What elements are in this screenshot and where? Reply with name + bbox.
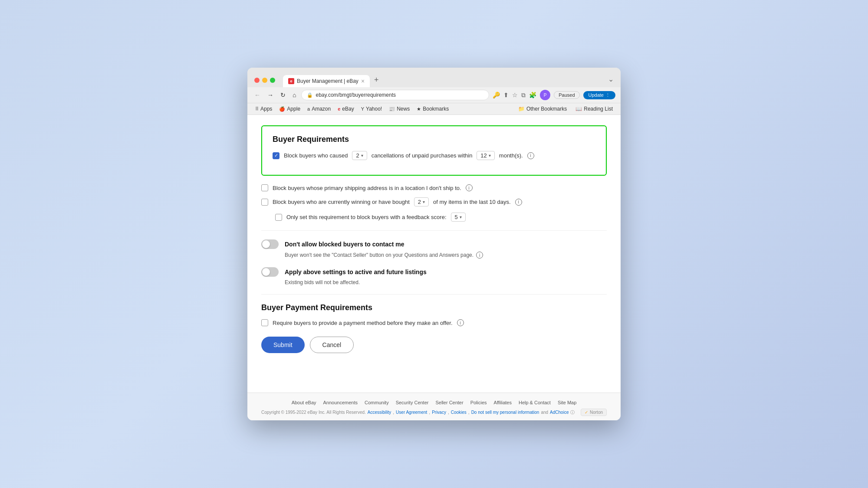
actions-row: Submit Cancel [261, 337, 607, 353]
home-button[interactable]: ⌂ [291, 91, 298, 99]
profile-avatar[interactable]: P [540, 90, 550, 100]
adchoice-link[interactable]: AdChoice [550, 410, 569, 415]
back-button[interactable]: ← [253, 91, 262, 99]
toggle-apply-label: Apply above settings to active and futur… [285, 269, 427, 275]
dropdown-months-arrow: ▾ [489, 153, 491, 158]
requirement-row-3: Block buyers who are currently winning o… [261, 197, 607, 206]
tab-title: Buyer Management | eBay [297, 78, 358, 84]
footer: About eBay Announcements Community Secur… [247, 393, 621, 420]
forward-button[interactable]: → [266, 91, 275, 99]
bookmarks-ebay[interactable]: e eBay [335, 105, 356, 113]
info-icon-row2[interactable]: i [466, 184, 473, 191]
dropdown-cancellations-arrow: ▾ [361, 153, 363, 158]
bookmarks-news[interactable]: 📰 News [386, 105, 412, 113]
close-button[interactable] [254, 78, 260, 83]
page-content: Buyer Requirements Block buyers who caus… [247, 115, 621, 393]
footer-link-affiliates[interactable]: Affiliates [494, 400, 512, 405]
bookmarks-apps[interactable]: ⠿ Apps [253, 105, 275, 113]
footer-link-about[interactable]: About eBay [292, 400, 316, 405]
extensions-icon[interactable]: 🧩 [529, 92, 536, 98]
bookmarks-yahoo[interactable]: Y Yahoo! [358, 105, 385, 113]
toggle-apply-sublabel-text: Existing bids will not be affected. [285, 279, 360, 285]
title-bar: e Buyer Management | eBay × + ⌄ [247, 68, 621, 87]
cookies-link[interactable]: Cookies [451, 410, 467, 415]
requirement-row-2: Block buyers whose primary shipping addr… [261, 184, 607, 191]
update-button[interactable]: Update ⋮ [583, 91, 615, 99]
other-bookmarks[interactable]: 📁 Other Bookmarks [516, 105, 569, 113]
tab-close-button[interactable]: × [361, 78, 365, 85]
news-label: News [397, 106, 410, 112]
buyer-requirements-title: Buyer Requirements [273, 135, 595, 144]
dropdown-feedback[interactable]: 5 ▾ [451, 213, 466, 222]
bookmarks-bookmarks[interactable]: ★ Bookmarks [414, 105, 451, 113]
new-tab-button[interactable]: + [370, 73, 383, 87]
bookmark-icon[interactable]: ☆ [512, 92, 518, 98]
dropdown-items[interactable]: 2 ▾ [414, 197, 429, 206]
toggle-main-1: Don't allow blocked buyers to contact me [261, 239, 607, 249]
paused-button[interactable]: Paused [554, 91, 579, 99]
news-icon: 📰 [389, 106, 395, 112]
nav-bar: ← → ↻ ⌂ 🔒 ebay.com/bmgt/buyerrequirement… [247, 87, 621, 103]
info-icon-toggle1[interactable]: i [476, 252, 483, 259]
do-not-sell-link[interactable]: Do not sell my personal information [471, 410, 539, 415]
address-bar[interactable]: 🔒 ebay.com/bmgt/buyerrequirements [301, 90, 489, 100]
reading-list[interactable]: 📖 Reading List [573, 105, 615, 113]
traffic-lights [254, 78, 275, 83]
dropdown-cancellations-value: 2 [356, 152, 359, 159]
footer-link-announcements[interactable]: Announcements [323, 400, 358, 405]
checkbox-row2[interactable] [261, 184, 268, 191]
tab-favicon: e [288, 78, 294, 84]
toggle-main-2: Apply above settings to active and futur… [261, 267, 607, 277]
accessibility-link[interactable]: Accessibility [368, 410, 391, 415]
toggle-apply[interactable] [261, 267, 279, 277]
footer-link-security[interactable]: Security Center [396, 400, 429, 405]
checkbox-row3[interactable] [261, 199, 268, 206]
submit-button[interactable]: Submit [261, 337, 305, 353]
yahoo-label: Yahoo! [366, 106, 382, 112]
browser-window: e Buyer Management | eBay × + ⌄ ← → ↻ ⌂ … [247, 68, 621, 420]
info-icon-row1[interactable]: i [527, 152, 534, 159]
tab-overview-icon[interactable]: ⧉ [521, 92, 526, 99]
payment-requirements-title: Buyer Payment Requirements [261, 303, 607, 312]
norton-badge: ✓ Norton [581, 409, 607, 416]
payment-section-divider [261, 294, 607, 295]
row2-label: Block buyers whose primary shipping addr… [273, 185, 461, 191]
row1-label-mid: cancellations of unpaid purchases within [372, 152, 473, 159]
footer-link-community[interactable]: Community [365, 400, 389, 405]
apple-label: Apple [287, 106, 300, 112]
url-text: ebay.com/bmgt/buyerrequirements [316, 92, 396, 98]
yahoo-icon: Y [361, 106, 364, 111]
share-icon[interactable]: ⬆ [503, 92, 509, 98]
checkbox-row4[interactable] [275, 214, 282, 221]
password-icon[interactable]: 🔑 [493, 92, 500, 98]
checkbox-row1[interactable] [273, 152, 279, 159]
norton-label: Norton [590, 410, 603, 415]
reading-list-label: Reading List [584, 106, 613, 112]
footer-link-seller[interactable]: Seller Center [435, 400, 463, 405]
bookmarks-apple[interactable]: 🍎 Apple [276, 105, 303, 113]
refresh-button[interactable]: ↻ [279, 91, 287, 99]
minimize-button[interactable] [262, 78, 267, 83]
window-collapse-button[interactable]: ⌄ [608, 75, 614, 85]
dropdown-items-arrow: ▾ [423, 200, 425, 204]
other-bookmarks-label: Other Bookmarks [526, 106, 567, 112]
user-agreement-link[interactable]: User Agreement [396, 410, 427, 415]
footer-link-policies[interactable]: Policies [470, 400, 487, 405]
toggle-contact[interactable] [261, 239, 279, 249]
footer-link-help[interactable]: Help & Contact [519, 400, 551, 405]
cancel-button[interactable]: Cancel [310, 337, 354, 353]
dropdown-months[interactable]: 12 ▾ [477, 151, 494, 160]
requirement-row-4: Only set this requirement to block buyer… [275, 213, 607, 222]
row3-label-start: Block buyers who are currently winning o… [273, 199, 410, 205]
privacy-link[interactable]: Privacy [432, 410, 446, 415]
dropdown-cancellations[interactable]: 2 ▾ [352, 151, 367, 160]
info-icon-payment[interactable]: i [457, 319, 464, 326]
footer-link-sitemap[interactable]: Site Map [558, 400, 576, 405]
info-icon-row3[interactable]: i [515, 199, 522, 206]
dropdown-months-value: 12 [480, 152, 487, 159]
toggle-apply-sublabel: Existing bids will not be affected. [285, 279, 607, 285]
bookmarks-amazon[interactable]: a Amazon [305, 105, 333, 113]
maximize-button[interactable] [270, 78, 275, 83]
checkbox-payment[interactable] [261, 319, 268, 326]
active-tab[interactable]: e Buyer Management | eBay × [283, 75, 370, 87]
